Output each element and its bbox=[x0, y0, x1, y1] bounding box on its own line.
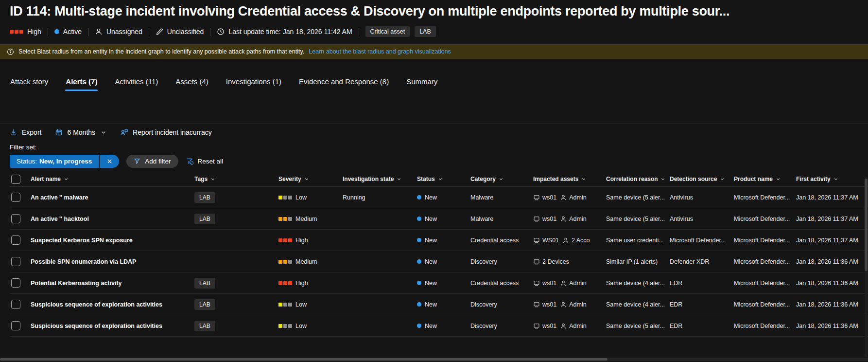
table-row[interactable]: Suspected Kerberos SPN exposure High New… bbox=[10, 230, 868, 251]
column-header-correlation-reason[interactable]: Correlation reason bbox=[602, 176, 665, 182]
user-name: 2 Acco bbox=[572, 237, 590, 244]
filter-key: Status: bbox=[17, 158, 37, 165]
asset-device[interactable]: ws01 bbox=[533, 301, 556, 308]
add-filter-button[interactable]: Add filter bbox=[126, 155, 178, 168]
vertical-scrollbar-thumb[interactable] bbox=[865, 179, 868, 271]
device-name: 2 Devices bbox=[542, 258, 569, 265]
correlation-reason-cell: Same device (4 aler... bbox=[602, 301, 665, 308]
column-header-status[interactable]: Status bbox=[413, 176, 466, 182]
column-header-impacted-assets[interactable]: Impacted assets bbox=[529, 176, 602, 182]
incident-status[interactable]: Active bbox=[54, 28, 82, 36]
column-header-label: Category bbox=[470, 176, 496, 182]
tab-assets-4[interactable]: Assets (4) bbox=[175, 75, 209, 91]
incident-assignment-label: Unassigned bbox=[106, 28, 142, 36]
chevron-down-icon bbox=[101, 129, 106, 135]
asset-user[interactable]: Admin bbox=[560, 280, 586, 287]
asset-device[interactable]: ws01 bbox=[533, 280, 556, 287]
tab-activities-11[interactable]: Activities (11) bbox=[114, 75, 158, 91]
asset-device[interactable]: ws01 bbox=[533, 194, 556, 201]
asset-user[interactable]: 2 Acco bbox=[562, 237, 590, 244]
row-checkbox-cell bbox=[10, 214, 26, 223]
row-checkbox[interactable] bbox=[11, 300, 20, 309]
severity-squares-icon bbox=[278, 324, 292, 328]
select-all-checkbox[interactable] bbox=[11, 175, 20, 184]
severity-cell: High bbox=[274, 237, 338, 244]
alert-name[interactable]: Suspicious sequence of exploration activ… bbox=[26, 301, 190, 308]
investigation-state-cell: Running bbox=[338, 194, 413, 201]
export-button[interactable]: Export bbox=[10, 128, 41, 136]
asset-device[interactable]: ws01 bbox=[533, 323, 556, 329]
asset-user[interactable]: Admin bbox=[560, 194, 586, 201]
applied-filter-text[interactable]: Status: New, In progress bbox=[10, 155, 99, 168]
applied-filter-pill[interactable]: Status: New, In progress bbox=[10, 155, 119, 168]
asset-device[interactable]: 2 Devices bbox=[533, 258, 569, 265]
incident-severity[interactable]: High bbox=[10, 28, 41, 36]
asset-user[interactable]: Admin bbox=[560, 216, 586, 222]
alert-name[interactable]: An active '' malware bbox=[26, 194, 190, 201]
alert-name[interactable]: Suspicious sequence of exploration activ… bbox=[26, 323, 190, 329]
table-row[interactable]: Suspicious sequence of exploration activ… bbox=[10, 315, 868, 337]
alert-name[interactable]: Possible SPN enumeration via LDAP bbox=[26, 258, 190, 265]
table-row[interactable]: An active '' malware LAB Low Running New… bbox=[10, 187, 868, 208]
alerts-table: Alert name Tags Severity Investigation s… bbox=[0, 172, 868, 337]
column-header-detection-source[interactable]: Detection source bbox=[665, 176, 729, 182]
incident-assignment[interactable]: Unassigned bbox=[95, 28, 142, 36]
tab-alerts-7[interactable]: Alerts (7) bbox=[65, 75, 98, 91]
impacted-assets-cell: ws01 Admin bbox=[529, 216, 602, 222]
asset-user[interactable]: Admin bbox=[560, 301, 586, 308]
table-row[interactable]: An active '' hacktool LAB Medium New Mal… bbox=[10, 208, 868, 230]
export-label: Export bbox=[22, 128, 41, 136]
first-activity-cell: Jan 18, 2026 11:36 AM bbox=[792, 323, 868, 329]
add-filter-label: Add filter bbox=[145, 158, 171, 165]
row-checkbox[interactable] bbox=[11, 278, 20, 288]
tab-bar: Attack storyAlerts (7)Activities (11)Ass… bbox=[10, 75, 858, 91]
column-header-label: Correlation reason bbox=[606, 176, 658, 182]
vertical-scrollbar[interactable] bbox=[865, 178, 868, 357]
tab-label: Attack story bbox=[10, 77, 48, 86]
column-header-tags[interactable]: Tags bbox=[190, 176, 274, 182]
new-status-dot-icon bbox=[417, 238, 421, 242]
report-inaccuracy-button[interactable]: Report incident inacurracy bbox=[120, 128, 212, 136]
tab-evidence-and-response-8[interactable]: Evidence and Response (8) bbox=[298, 75, 389, 91]
lab-badge: LAB bbox=[415, 26, 436, 37]
column-header-investigation-state[interactable]: Investigation state bbox=[338, 176, 413, 182]
column-header-severity[interactable]: Severity bbox=[274, 176, 338, 182]
alert-name[interactable]: Potential Kerberoasting activity bbox=[26, 280, 190, 287]
tags-cell: LAB bbox=[190, 278, 274, 289]
row-checkbox[interactable] bbox=[11, 321, 20, 330]
row-checkbox[interactable] bbox=[11, 193, 20, 202]
time-range-dropdown[interactable]: 6 Months bbox=[55, 128, 106, 136]
tab-attack-story[interactable]: Attack story bbox=[10, 75, 49, 91]
table-row[interactable]: Suspicious sequence of exploration activ… bbox=[10, 294, 868, 315]
asset-device[interactable]: ws01 bbox=[533, 216, 556, 222]
tab-investigations-1[interactable]: Investigations (1) bbox=[226, 75, 282, 91]
reset-all-button[interactable]: Reset all bbox=[186, 158, 224, 165]
table-row[interactable]: Potential Kerberoasting activity LAB Hig… bbox=[10, 272, 868, 294]
row-checkbox[interactable] bbox=[11, 214, 20, 223]
alert-name[interactable]: An active '' hacktool bbox=[26, 216, 190, 222]
column-header-product-name[interactable]: Product name bbox=[729, 176, 792, 182]
column-header-label: Tags bbox=[194, 176, 208, 182]
device-icon bbox=[533, 301, 540, 308]
column-header-category[interactable]: Category bbox=[466, 176, 529, 182]
column-header-alert-name[interactable]: Alert name bbox=[26, 176, 190, 182]
incident-classification[interactable]: Unclassified bbox=[156, 28, 204, 36]
person-feedback-icon bbox=[120, 128, 128, 136]
row-checkbox-cell bbox=[10, 257, 26, 266]
row-checkbox[interactable] bbox=[11, 235, 20, 245]
tab-summary[interactable]: Summary bbox=[406, 75, 438, 91]
asset-user[interactable]: Admin bbox=[560, 323, 586, 329]
horizontal-scrollbar-thumb[interactable] bbox=[0, 358, 608, 361]
column-header-first-activity[interactable]: First activity bbox=[792, 176, 868, 182]
device-icon bbox=[533, 216, 540, 222]
table-row[interactable]: Possible SPN enumeration via LDAP Medium… bbox=[10, 251, 868, 272]
horizontal-scrollbar[interactable] bbox=[0, 358, 868, 361]
row-checkbox[interactable] bbox=[11, 257, 20, 266]
banner-learn-more-link[interactable]: Learn about the blast radius and graph v… bbox=[309, 48, 451, 55]
status-label: New bbox=[425, 237, 437, 244]
alert-name[interactable]: Suspected Kerberos SPN exposure bbox=[26, 237, 190, 244]
impacted-assets-cell: ws01 Admin bbox=[529, 280, 602, 287]
first-activity-cell: Jan 18, 2026 11:36 AM bbox=[792, 258, 868, 265]
remove-filter-button[interactable] bbox=[100, 155, 119, 168]
asset-device[interactable]: WS01 bbox=[533, 237, 559, 244]
